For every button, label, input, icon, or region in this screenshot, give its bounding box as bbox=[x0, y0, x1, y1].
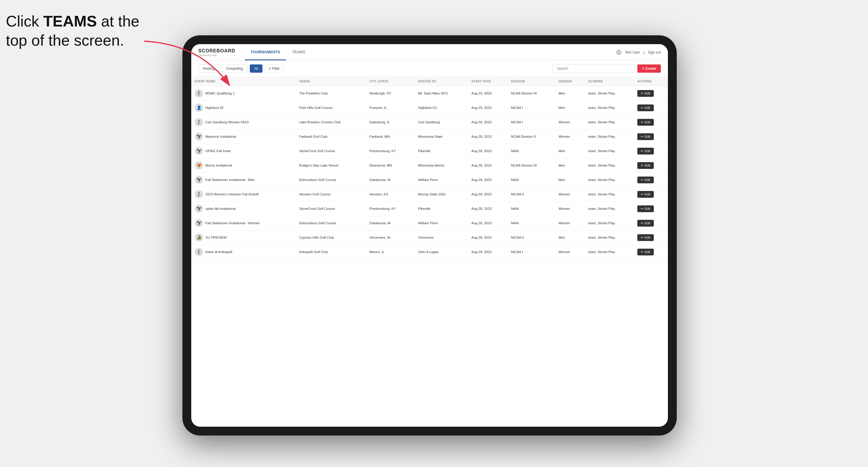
scoring-cell: team, Stroke Play bbox=[585, 173, 633, 187]
scoring-cell: team, Stroke Play bbox=[585, 101, 633, 115]
event-icon: 🏌️ bbox=[195, 190, 203, 198]
edit-button[interactable]: ✏ Edit bbox=[637, 148, 654, 155]
hosted-by-cell: Minnesota-Morris bbox=[414, 158, 468, 173]
scoring-cell: team, Stroke Play bbox=[585, 144, 633, 158]
venue-cell: Kokopelli Golf Club bbox=[296, 245, 366, 259]
edit-button[interactable]: ✏ Edit bbox=[637, 90, 654, 97]
edit-button[interactable]: ✏ Edit bbox=[637, 104, 654, 111]
start-date-cell: Aug 28, 2023 bbox=[468, 187, 507, 201]
city-state-cell: Oskaloosa, IA bbox=[366, 216, 415, 230]
edit-button[interactable]: ✏ Edit bbox=[637, 177, 654, 183]
gear-icon[interactable] bbox=[616, 50, 621, 55]
hosted-by-cell: Highland CC bbox=[414, 101, 468, 115]
edit-pencil-icon: ✏ bbox=[641, 106, 644, 110]
edit-button[interactable]: ✏ Edit bbox=[637, 119, 654, 126]
table-row: 🏌️ Klash at Kokopelli Kokopelli Golf Clu… bbox=[191, 245, 668, 259]
col-scoring: SCORING bbox=[585, 77, 633, 86]
col-hosted-by: HOSTED BY bbox=[414, 77, 468, 86]
start-date-cell: Aug 28, 2023 bbox=[468, 129, 507, 144]
table-row: 🦅 UPIKE Fall Invite StoneCrest Golf Cour… bbox=[191, 144, 668, 158]
hosted-by-cell: John A Logan bbox=[414, 245, 468, 259]
start-date-cell: Aug 28, 2023 bbox=[468, 173, 507, 187]
actions-cell: ✏ Edit bbox=[634, 158, 668, 173]
venue-cell: StoneCrest Golf Course bbox=[296, 144, 366, 158]
svg-point-1 bbox=[618, 52, 620, 53]
city-state-cell: Freeport, IL bbox=[366, 101, 415, 115]
filter-label: Filter bbox=[272, 66, 280, 71]
nav-tab-tournaments[interactable]: TOURNAMENTS bbox=[245, 44, 286, 60]
event-icon: 🦊 bbox=[195, 161, 203, 169]
event-name: Fall Statesmen Invitational - Men bbox=[206, 178, 254, 182]
event-name-cell: 🏌️ MSMC Qualifying 1 bbox=[191, 86, 296, 101]
sign-out-link[interactable]: Sign out bbox=[648, 50, 661, 55]
create-btn[interactable]: + Create bbox=[637, 64, 661, 73]
edit-pencil-icon: ✏ bbox=[641, 192, 644, 196]
division-cell: NICAA II bbox=[507, 230, 555, 245]
edit-button[interactable]: ✏ Edit bbox=[637, 234, 654, 241]
event-name: Highland 36 bbox=[206, 106, 223, 110]
venue-cell: Ruttger's Bay Lake Resort bbox=[296, 158, 366, 173]
venue-cell: StoneCrest Golf Course bbox=[296, 201, 366, 216]
event-name-cell: 🦅 Maverick Invitational bbox=[191, 129, 296, 144]
city-state-cell: Hesston, KS bbox=[366, 187, 415, 201]
actions-cell: ✏ Edit bbox=[634, 86, 668, 101]
actions-cell: ✏ Edit bbox=[634, 115, 668, 129]
all-filter-btn[interactable]: All bbox=[250, 64, 262, 73]
gender-cell: Men bbox=[555, 173, 585, 187]
table-row: 🦅 Fall Statesmen Invitational - Women Ed… bbox=[191, 216, 668, 230]
edit-pencil-icon: ✏ bbox=[641, 164, 644, 167]
competing-filter-btn[interactable]: Competing bbox=[222, 64, 247, 73]
division-cell: NAIA bbox=[507, 201, 555, 216]
gender-cell: Men bbox=[555, 101, 585, 115]
venue-cell: Lake Bracken Country Club bbox=[296, 115, 366, 129]
search-input[interactable] bbox=[553, 64, 635, 73]
event-icon: 🦅 bbox=[195, 132, 203, 141]
event-name-cell: 🏌️ 2023 Women's Hesston Fall Kickoff bbox=[191, 187, 296, 201]
hosted-by-cell: Pikeville bbox=[414, 144, 468, 158]
edit-button[interactable]: ✏ Edit bbox=[637, 133, 654, 140]
col-actions: ACTIONS bbox=[634, 77, 668, 86]
event-icon: 🏌️ bbox=[195, 118, 203, 126]
hosting-filter-btn[interactable]: Hosting bbox=[198, 64, 219, 73]
scoring-cell: team, Stroke Play bbox=[585, 216, 633, 230]
actions-cell: ✏ Edit bbox=[634, 129, 668, 144]
venue-cell: Park Hills Golf Course bbox=[296, 101, 366, 115]
col-venue: VENUE bbox=[296, 77, 366, 86]
nav-bar: SCOREBOARD Powered by Clipp TOURNAMENTS … bbox=[191, 44, 668, 61]
edit-pencil-icon: ✏ bbox=[641, 92, 644, 95]
filter-icon-btn[interactable]: ≡ Filter bbox=[265, 64, 284, 73]
edit-button[interactable]: ✏ Edit bbox=[637, 249, 654, 255]
venue-cell: Faribault Golf Club bbox=[296, 129, 366, 144]
city-state-cell: Vincennes, IN bbox=[366, 230, 415, 245]
scoring-cell: team, Stroke Play bbox=[585, 201, 633, 216]
gender-cell: Women bbox=[555, 245, 585, 259]
venue-cell: Hesston Golf Course bbox=[296, 187, 366, 201]
col-gender: GENDER bbox=[555, 77, 585, 86]
edit-button[interactable]: ✏ Edit bbox=[637, 162, 654, 169]
gender-cell: Women bbox=[555, 115, 585, 129]
division-cell: NICAA II bbox=[507, 187, 555, 201]
city-state-cell: Marion, IL bbox=[366, 245, 415, 259]
edit-button[interactable]: ✏ Edit bbox=[637, 206, 654, 212]
event-name: MSMC Qualifying 1 bbox=[206, 92, 235, 95]
edit-pencil-icon: ✏ bbox=[641, 207, 644, 211]
table-row: 🐊 VU PREVIEW Cypress Hills Golf Club Vin… bbox=[191, 230, 668, 245]
actions-cell: ✏ Edit bbox=[634, 245, 668, 259]
tournaments-table: EVENT NAME VENUE CITY, STATE HOSTED BY S… bbox=[191, 77, 668, 259]
actions-cell: ✏ Edit bbox=[634, 230, 668, 245]
event-icon: 🦅 bbox=[195, 176, 203, 184]
edit-button[interactable]: ✏ Edit bbox=[637, 220, 654, 226]
hosted-by-cell: Murray State (OK) bbox=[414, 187, 468, 201]
event-icon: 🏌️ bbox=[195, 248, 203, 256]
col-division: DIVISION bbox=[507, 77, 555, 86]
table-row: 👤 Highland 36 Park Hills Golf Course Fre… bbox=[191, 101, 668, 115]
gender-cell: Men bbox=[555, 86, 585, 101]
event-name: Carl Sandburg Women FA23 bbox=[206, 120, 249, 124]
col-event-name: EVENT NAME bbox=[191, 77, 296, 86]
city-state-cell: Prestonsburg, KY bbox=[366, 201, 415, 216]
edit-button[interactable]: ✏ Edit bbox=[637, 191, 654, 198]
table-row: 🏌️ MSMC Qualifying 1 The Powelton Club N… bbox=[191, 86, 668, 101]
table-header-row: EVENT NAME VENUE CITY, STATE HOSTED BY S… bbox=[191, 77, 668, 86]
gender-cell: Men bbox=[555, 230, 585, 245]
nav-tab-teams[interactable]: TEAMS bbox=[286, 44, 311, 60]
